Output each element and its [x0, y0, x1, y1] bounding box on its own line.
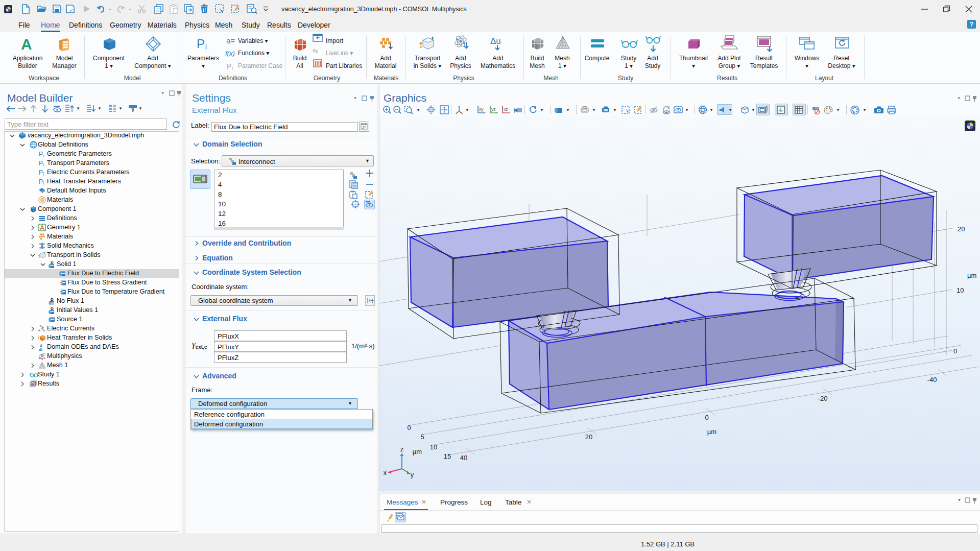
svg-text:+: + — [38, 329, 40, 332]
svg-text:dt: dt — [39, 347, 43, 351]
svg-text:µm: µm — [967, 272, 976, 279]
svg-text:y: y — [411, 471, 414, 478]
svg-text:40: 40 — [460, 454, 467, 462]
svg-text:xy: xy — [479, 107, 484, 112]
svg-text:Δu: Δu — [490, 36, 501, 46]
svg-text:0: 0 — [953, 347, 957, 355]
svg-text:10: 10 — [430, 443, 437, 451]
svg-text:P¡: P¡ — [39, 178, 44, 185]
svg-text:20: 20 — [958, 225, 965, 233]
svg-text:15: 15 — [444, 452, 451, 460]
svg-text:P¡: P¡ — [39, 160, 44, 167]
svg-text:-20: -20 — [818, 395, 828, 402]
svg-text:x: x — [384, 469, 387, 476]
svg-text:yz: yz — [491, 107, 496, 112]
svg-text:µm: µm — [707, 428, 716, 436]
svg-text:_: _ — [40, 329, 43, 332]
svg-text:xz: xz — [504, 107, 508, 112]
svg-text:P¡: P¡ — [39, 169, 44, 176]
svg-text:0: 0 — [407, 424, 411, 432]
svg-text:P¡: P¡ — [39, 151, 44, 158]
svg-text:µm: µm — [413, 448, 422, 456]
svg-text:-40: -40 — [927, 376, 937, 384]
svg-text:5: 5 — [420, 433, 424, 441]
svg-text:20: 20 — [585, 433, 592, 441]
svg-text:10: 10 — [957, 286, 964, 294]
svg-text:0: 0 — [705, 414, 708, 421]
svg-text:z: z — [400, 445, 404, 453]
